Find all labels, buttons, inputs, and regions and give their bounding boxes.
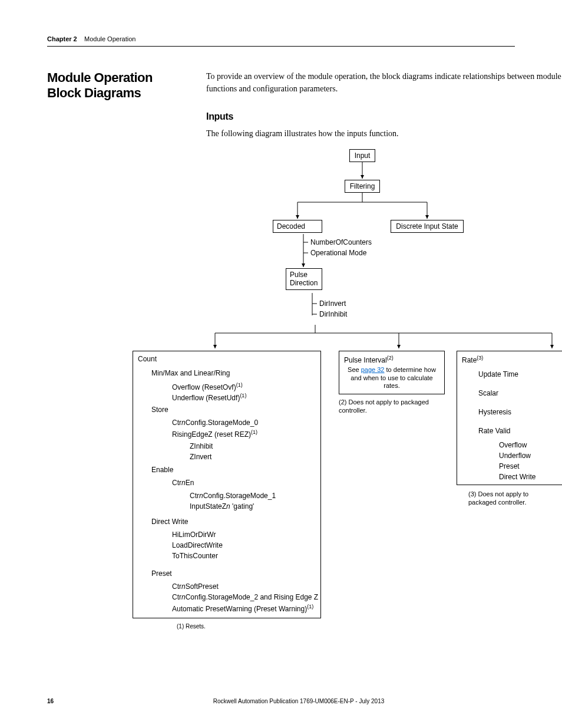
inputs-block-diagram: Input Filtering Decoded Discrete Input S… [115,149,562,656]
intro-text: To provide an overview of the module ope… [206,70,562,95]
label-minmax: Min/Max and Linear/Ring [151,369,230,378]
label-rate-directwrite: Direct Write [499,473,535,482]
footnote-2: (2) Does not apply to packaged controlle… [339,398,436,415]
label-dirinhibit: DirInhibit [319,310,347,319]
label-risingedgez: RisingEdgeZ (reset REZ)(1) [172,429,257,440]
label-storagemode-0: CtrnConfig.StorageMode_0 [172,419,258,428]
label-ctrn-softpreset: CtrnSoftPreset [172,582,219,592]
subsection-title: Inputs [206,111,562,122]
label-store: Store [151,406,168,415]
box-filtering: Filtering [345,180,380,193]
box-discrete-input-state: Discrete Input State [391,220,464,233]
count-title: Count [138,355,316,364]
label-rate-valid: Rate Valid [478,427,510,436]
box-pulse-interval: Pulse Interval(2) See page 32 to determi… [339,351,445,394]
label-hilimordirwr: HiLimOrDirWr [172,531,216,540]
label-hysteresis: Hysteresis [478,408,511,417]
rate-title: Rate(3) [462,355,557,364]
label-number-of-counters: NumberOfCounters [310,238,372,248]
chapter-title: Module Operation [84,35,135,42]
divider [47,46,515,47]
label-tothiscounter: ToThisCounter [172,552,218,561]
label-ctrn-en: CtrnEn [172,479,194,488]
box-decoded: Decoded [273,220,322,233]
label-dirinvert: DirInvert [319,299,346,309]
label-update-time: Update Time [478,370,518,380]
label-inputstatez: InputStateZn 'gating' [190,502,254,512]
box-pulse-direction: Pulse Direction [286,268,322,290]
footnote-3: (3) Does not apply to packaged controlle… [468,490,551,507]
box-input: Input [349,149,375,162]
pulse-interval-title: Pulse Interval(2) [344,355,439,364]
label-zinvert: ZInvert [190,453,211,462]
page-number: 16 [47,698,82,704]
label-directwrite: Direct Write [151,518,188,527]
label-enable: Enable [151,466,173,475]
label-storagemode-1: CtrnConfig.StorageMode_1 [190,492,276,501]
label-scalar: Scalar [478,389,498,398]
label-auto-presetwarning: Automatic PresetWarning (Preset Warning)… [172,604,313,614]
page-footer: 16 Rockwell Automation Publication 1769-… [47,698,515,704]
link-page-32[interactable]: page 32 [361,366,385,373]
footnote-1: (1) Resets. [177,623,206,630]
label-zinhibit: ZInhibit [190,442,213,452]
label-rate-preset: Preset [499,462,520,472]
section-title: Module Operation Block Diagrams [47,70,189,101]
running-head: Chapter 2 Module Operation [47,35,515,42]
pulse-interval-note: See page 32 to determine how and when to… [344,366,439,390]
label-overflow-resetovf: Overflow (ResetOvf)(1) [172,382,243,393]
label-underflow-resetudf: Underflow (ResetUdf)(1) [172,393,246,403]
publication-id: Rockwell Automation Publication 1769-UM0… [82,698,515,704]
subsection-intro: The following diagram illustrates how th… [206,129,562,139]
label-operational-mode: Operational Mode [310,249,366,258]
label-preset: Preset [151,569,172,579]
label-rate-underflow: Underflow [499,452,531,461]
chapter-label: Chapter 2 [47,35,77,42]
label-rate-overflow: Overflow [499,441,527,450]
label-loaddirectwrite: LoadDirectWrite [172,541,223,551]
label-storagemode-2: CtrnConfig.StorageMode_2 and Rising Edge… [172,593,318,602]
